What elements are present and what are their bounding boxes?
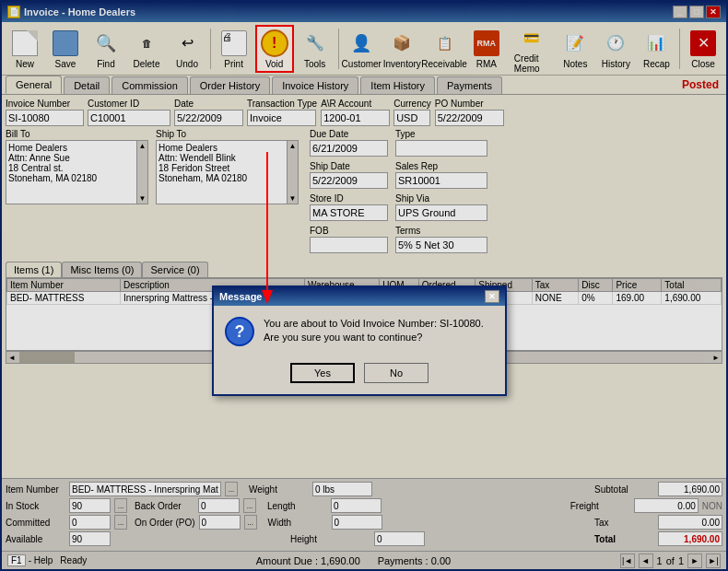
svg-marker-1	[262, 290, 273, 304]
dialog-yes-button[interactable]: Yes	[290, 363, 355, 383]
void-dialog: Message ✕ ? You are about to Void Invoic…	[212, 286, 507, 396]
arrow-indicator	[258, 143, 332, 310]
dialog-title-text: Message	[219, 291, 262, 302]
dialog-no-button[interactable]: No	[364, 363, 429, 383]
dialog-buttons: Yes No	[214, 357, 505, 394]
dialog-message: You are about to Void Invoice Number: SI…	[264, 317, 494, 345]
dialog-question-icon: ?	[225, 317, 254, 346]
dialog-content: ? You are about to Void Invoice Number: …	[214, 306, 505, 357]
dialog-overlay: Message ✕ ? You are about to Void Invoic…	[0, 0, 728, 571]
dialog-close-button[interactable]: ✕	[485, 290, 499, 303]
